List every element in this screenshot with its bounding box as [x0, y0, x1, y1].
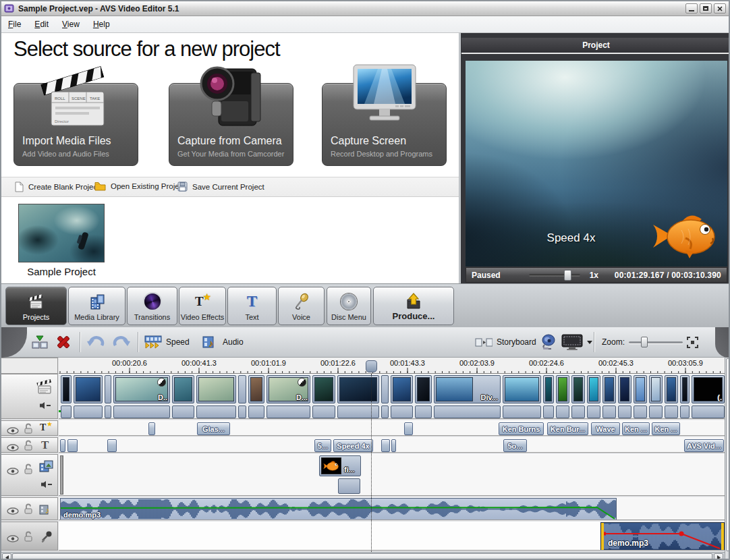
- video-clip[interactable]: [381, 374, 389, 418]
- display-mode-button[interactable]: [561, 333, 592, 352]
- tab-transitions[interactable]: Transitions: [127, 287, 177, 325]
- eye-icon[interactable]: [7, 505, 19, 517]
- eye-icon[interactable]: [7, 466, 19, 478]
- video-clip-footer[interactable]: [434, 405, 501, 418]
- effect-clip[interactable]: Ken ...: [652, 422, 680, 435]
- text-clip[interactable]: [67, 439, 78, 452]
- audio-clip[interactable]: demo.mp3: [60, 498, 617, 520]
- playhead-handle[interactable]: [366, 360, 377, 372]
- minimize-button[interactable]: [685, 3, 698, 13]
- overlay-clip[interactable]: fi...: [319, 455, 361, 476]
- timeline-vertical-scrollbar[interactable]: [725, 358, 730, 560]
- video-track-lane[interactable]: D..D...Div...(.: [59, 374, 725, 419]
- video-clip[interactable]: (.: [692, 374, 725, 418]
- video-clip-footer[interactable]: [248, 405, 264, 418]
- video-clip-footer[interactable]: [172, 405, 194, 418]
- timeline-ruler[interactable]: 00:00:20.600:00:41.300:01:01.900:01:22.6…: [59, 358, 725, 374]
- video-clip-footer[interactable]: [391, 405, 413, 418]
- video-clip[interactable]: [587, 374, 600, 418]
- video-clip-footer[interactable]: [665, 405, 678, 418]
- import-media-files-card[interactable]: ROLLSCENETAKEDirector Import Media Files…: [13, 83, 138, 166]
- audio-track-lane[interactable]: demo.mp3: [59, 497, 725, 520]
- effects-track-lane[interactable]: Glas...Ken BurnsKen Bur...WaveKen ...Ken…: [59, 420, 725, 436]
- video-clip[interactable]: [618, 374, 631, 418]
- preview-speed-slider-knob[interactable]: [564, 270, 571, 281]
- video-clip-footer[interactable]: [692, 405, 725, 418]
- video-clip[interactable]: Div...: [434, 374, 501, 418]
- overlay-track-handle[interactable]: [60, 455, 63, 495]
- video-clip[interactable]: [649, 374, 663, 418]
- video-clip-footer[interactable]: [503, 405, 541, 418]
- video-clip[interactable]: [391, 374, 413, 418]
- text-track-lane[interactable]: 5...Speed 4x5o...AVS Vid...: [59, 437, 725, 453]
- video-clip[interactable]: [680, 374, 690, 418]
- video-clip-footer[interactable]: [61, 405, 72, 418]
- menu-file[interactable]: File: [8, 20, 21, 29]
- lock-icon[interactable]: [24, 440, 33, 453]
- open-existing-project-button[interactable]: Open Existing Project: [94, 181, 186, 191]
- video-clip[interactable]: [238, 374, 246, 418]
- save-current-project-button[interactable]: Save Current Project: [177, 181, 264, 192]
- preview-video-area[interactable]: Speed 4x: [466, 61, 727, 267]
- video-clip[interactable]: [415, 374, 432, 418]
- text-clip[interactable]: Speed 4x: [333, 439, 373, 452]
- video-clip[interactable]: [105, 374, 111, 418]
- storyboard-toggle[interactable]: Storyboard: [475, 333, 536, 352]
- voice-clip-selected[interactable]: demo.mp3: [600, 522, 725, 551]
- video-clip-footer[interactable]: [602, 405, 616, 418]
- video-clip-footer[interactable]: [238, 405, 246, 418]
- speed-button[interactable]: Speed: [144, 333, 190, 352]
- effect-clip[interactable]: Ken Burns: [499, 422, 544, 435]
- eye-icon[interactable]: [7, 533, 19, 545]
- video-clip-footer[interactable]: [312, 405, 335, 418]
- preview-speed-slider[interactable]: [529, 274, 580, 277]
- maximize-button[interactable]: [700, 3, 712, 13]
- video-clip-footer[interactable]: [587, 405, 600, 418]
- video-clip-footer[interactable]: [415, 405, 432, 418]
- video-clip[interactable]: D...: [266, 374, 310, 418]
- video-clip-footer[interactable]: [266, 405, 310, 418]
- video-clip[interactable]: D..: [113, 374, 170, 418]
- tab-text[interactable]: T Text: [227, 287, 277, 325]
- audio-button[interactable]: ♪ Audio: [202, 333, 244, 352]
- timeline-horizontal-scrollbar[interactable]: [1, 552, 725, 560]
- video-clip[interactable]: [634, 374, 647, 418]
- video-clip[interactable]: [74, 374, 103, 418]
- text-clip[interactable]: 5o...: [503, 439, 527, 452]
- redo-button[interactable]: [112, 333, 131, 352]
- scroll-thumb[interactable]: [12, 553, 712, 560]
- video-clip[interactable]: [196, 374, 236, 418]
- video-clip[interactable]: [665, 374, 678, 418]
- menu-edit[interactable]: Edit: [34, 20, 49, 29]
- menu-help[interactable]: Help: [93, 20, 110, 29]
- capture-screen-card[interactable]: Capture Screen Record Desktop and Progra…: [322, 83, 447, 166]
- scroll-left-button[interactable]: [2, 553, 11, 560]
- text-clip[interactable]: [391, 439, 396, 452]
- fit-timeline-icon[interactable]: [687, 337, 698, 348]
- overlay-track-lane[interactable]: fi...: [59, 454, 725, 496]
- tab-media-library[interactable]: Media Library: [68, 287, 125, 325]
- menu-view[interactable]: View: [62, 20, 80, 29]
- video-clip-footer[interactable]: [381, 405, 389, 418]
- text-clip[interactable]: AVS Vid...: [684, 439, 724, 452]
- video-track-header[interactable]: [1, 374, 58, 419]
- tab-projects[interactable]: Projects: [5, 287, 67, 325]
- clip-trim-handle-right[interactable]: [721, 523, 724, 550]
- voice-track-header[interactable]: [1, 522, 58, 551]
- eye-icon[interactable]: [7, 425, 19, 437]
- effect-clip[interactable]: Wave: [591, 422, 620, 435]
- effect-clip[interactable]: Ken ...: [622, 422, 650, 435]
- audio-track-header[interactable]: ♪: [1, 497, 58, 520]
- voice-track-lane[interactable]: demo.mp3: [59, 522, 725, 551]
- video-clip[interactable]: [312, 374, 335, 418]
- tab-produce[interactable]: Produce...: [373, 287, 454, 325]
- effect-clip[interactable]: [404, 422, 413, 435]
- zoom-slider-knob[interactable]: [641, 337, 648, 347]
- video-clip-footer[interactable]: [543, 405, 554, 418]
- text-clip[interactable]: 5...: [314, 439, 331, 452]
- sample-project-thumbnail[interactable]: [18, 204, 105, 262]
- close-button[interactable]: [714, 3, 726, 13]
- video-clip[interactable]: [337, 374, 379, 418]
- video-clip-footer[interactable]: [680, 405, 690, 418]
- overlay-track-header[interactable]: [1, 454, 58, 496]
